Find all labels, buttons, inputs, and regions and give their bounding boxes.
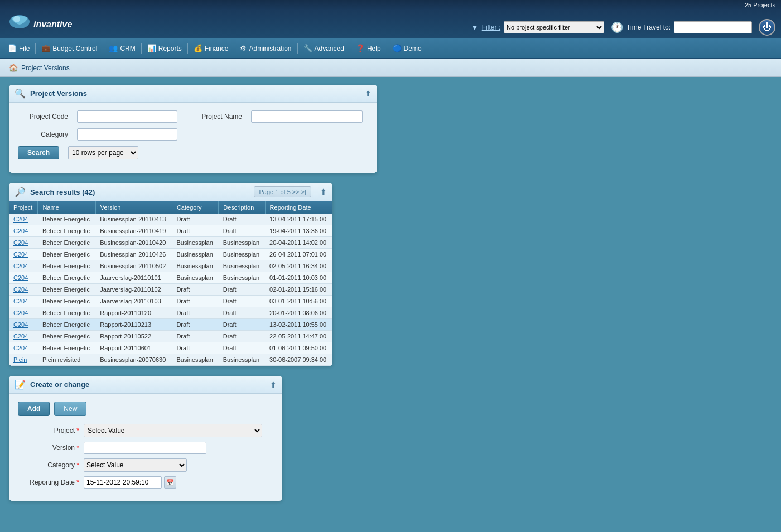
- nav-advanced-label: Advanced: [315, 45, 344, 52]
- project-link[interactable]: C204: [13, 228, 28, 234]
- table-cell: 02-01-2011 15:16:00: [265, 284, 332, 296]
- create-panel-body: Add New Project Select Value Version Cat…: [9, 394, 282, 501]
- create-project-select[interactable]: Select Value: [84, 424, 262, 437]
- col-description: Description: [219, 201, 265, 214]
- table-cell: Jaarverslag-20110102: [95, 284, 172, 296]
- new-button[interactable]: New: [54, 402, 86, 416]
- filter-select[interactable]: No project specific filter Active projec…: [504, 21, 604, 33]
- crm-icon: 👥: [109, 44, 118, 52]
- power-button[interactable]: ⏻: [759, 19, 775, 36]
- results-table: Project Name Version Category Descriptio…: [9, 201, 332, 366]
- table-cell: Businessplan: [219, 260, 265, 272]
- project-link[interactable]: C204: [13, 274, 28, 281]
- project-code-label: Project Code: [18, 113, 68, 120]
- table-cell: Rapport-20110120: [95, 307, 172, 319]
- nav-budget-label: Budget Control: [52, 45, 97, 52]
- logo: invantive: [6, 13, 72, 36]
- pagination-info[interactable]: Page 1 of 5 >> >|: [254, 186, 311, 197]
- search-panel-icon: 🔍: [15, 88, 26, 99]
- file-icon: 📄: [8, 44, 17, 52]
- sidebar-item-administration[interactable]: ⚙ Administration: [234, 38, 297, 58]
- table-cell: Businessplan: [172, 272, 218, 284]
- search-button[interactable]: Search: [18, 146, 59, 159]
- table-cell: 30-06-2007 09:34:00: [265, 354, 332, 366]
- logo-icon: [6, 13, 33, 36]
- category-input[interactable]: [77, 128, 177, 141]
- table-cell: 01-06-2011 09:50:00: [265, 342, 332, 354]
- table-cell: Rapport-20110601: [95, 342, 172, 354]
- sidebar-item-crm[interactable]: 👥 CRM: [103, 38, 141, 58]
- table-cell: Draft: [219, 284, 265, 296]
- create-category-select[interactable]: Select Value: [84, 458, 187, 472]
- project-link[interactable]: C204: [13, 298, 28, 304]
- sidebar-item-demo[interactable]: 🔵 Demo: [387, 38, 427, 58]
- create-reporting-date-label: Reporting Date: [18, 478, 79, 486]
- rows-per-page-select[interactable]: 10 rows per page 25 rows per page 50 row…: [68, 146, 138, 159]
- add-button[interactable]: Add: [18, 402, 50, 416]
- table-cell: Draft: [219, 214, 265, 225]
- project-link[interactable]: Plein: [13, 356, 27, 363]
- create-project-label: Project: [18, 427, 79, 434]
- nav-demo-label: Demo: [404, 45, 422, 52]
- table-cell: Businessplan: [172, 237, 218, 249]
- calendar-button[interactable]: 📅: [164, 476, 176, 489]
- table-cell: Draft: [172, 296, 218, 307]
- table-cell: Beheer Energetic: [38, 284, 95, 296]
- search-panel-title: Project Versions: [30, 89, 360, 98]
- time-travel-input[interactable]: [674, 21, 752, 33]
- logo-text: invantive: [33, 20, 72, 30]
- project-link[interactable]: C204: [13, 321, 28, 328]
- breadcrumb-text: Project Versions: [21, 64, 70, 72]
- table-cell: Draft: [172, 331, 218, 342]
- results-panel-header: 🔎 Search results (42) Page 1 of 5 >> >| …: [9, 183, 332, 201]
- project-link[interactable]: C204: [13, 286, 28, 293]
- table-cell: Draft: [219, 307, 265, 319]
- sidebar-item-reports[interactable]: 📊 Reports: [142, 38, 187, 58]
- project-link[interactable]: C204: [13, 333, 28, 340]
- sidebar-item-budget-control[interactable]: 💼 Budget Control: [36, 38, 103, 58]
- project-link[interactable]: C204: [13, 309, 28, 316]
- project-link[interactable]: C204: [13, 216, 28, 223]
- table-row: C204Beheer EnergeticBusinessplan-2011042…: [9, 237, 332, 249]
- create-project-row: Project Select Value: [18, 424, 273, 437]
- rows-per-page-wrapper: 10 rows per page 25 rows per page 50 row…: [68, 146, 138, 159]
- sidebar-item-advanced[interactable]: 🔧 Advanced: [298, 38, 350, 58]
- main-content: 🔍 Project Versions ⬆ Project Code Projec…: [0, 77, 781, 519]
- date-input-wrapper: 📅: [84, 476, 176, 489]
- breadcrumb: 🏠 Project Versions: [0, 59, 781, 77]
- col-name: Name: [38, 201, 95, 214]
- project-link[interactable]: C204: [13, 251, 28, 258]
- project-link[interactable]: C204: [13, 239, 28, 246]
- table-cell: Businessplan: [219, 237, 265, 249]
- create-version-input[interactable]: [84, 442, 206, 454]
- results-panel-collapse-btn[interactable]: ⬆: [320, 187, 327, 196]
- category-row: Category: [18, 128, 368, 141]
- table-cell: Draft: [172, 342, 218, 354]
- nav-finance-label: Finance: [205, 45, 229, 52]
- table-cell: 26-04-2011 07:01:00: [265, 249, 332, 260]
- project-link[interactable]: C204: [13, 263, 28, 269]
- table-cell: Businessplan: [172, 354, 218, 366]
- create-panel-collapse-btn[interactable]: ⬆: [270, 380, 277, 389]
- table-cell: Draft: [172, 225, 218, 237]
- sidebar-item-file[interactable]: 📄 File: [2, 38, 35, 58]
- reporting-date-input[interactable]: [84, 476, 162, 489]
- filter-funnel-icon: ▼: [471, 23, 479, 32]
- table-row: C204Beheer EnergeticJaarverslag-20110102…: [9, 284, 332, 296]
- table-row: C204Beheer EnergeticRapport-20110522Draf…: [9, 331, 332, 342]
- filter-label[interactable]: Filter :: [482, 23, 500, 31]
- project-link[interactable]: C204: [13, 345, 28, 351]
- table-cell: Jaarverslag-20110103: [95, 296, 172, 307]
- table-cell: Draft: [172, 319, 218, 331]
- table-cell: Beheer Energetic: [38, 260, 95, 272]
- results-panel-body: Project Name Version Category Descriptio…: [9, 201, 332, 366]
- help-icon: ❓: [356, 44, 365, 52]
- sidebar-item-finance[interactable]: 💰 Finance: [188, 38, 234, 58]
- project-name-input[interactable]: [251, 110, 363, 123]
- search-panel-collapse-btn[interactable]: ⬆: [365, 89, 372, 98]
- project-code-input[interactable]: [77, 110, 177, 123]
- sidebar-item-help[interactable]: ❓ Help: [350, 38, 387, 58]
- table-row: C204Beheer EnergeticJaarverslag-20110103…: [9, 296, 332, 307]
- breadcrumb-home-icon: 🏠: [9, 64, 18, 72]
- nav-file-label: File: [19, 45, 30, 52]
